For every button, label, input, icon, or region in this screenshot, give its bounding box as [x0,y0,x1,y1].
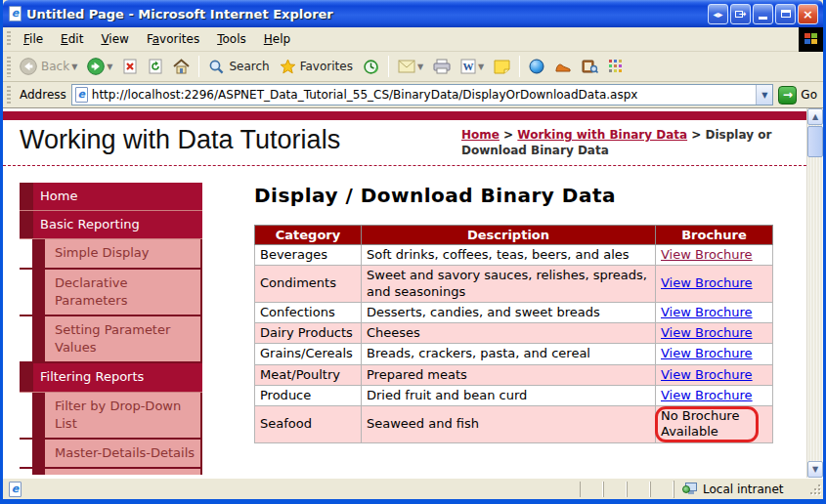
category-cell: Grains/Cereals [255,344,362,364]
back-button[interactable]: Back ▼ [15,55,82,78]
scrollbar-track[interactable] [807,157,823,461]
view-brochure-link[interactable]: View Brochure [661,275,753,290]
sidebar-item-home[interactable]: Home [20,183,202,211]
category-cell: Seafood [255,406,362,443]
menu-item-file[interactable]: File [15,29,52,49]
toolbar-grip[interactable] [7,86,11,104]
main-content: Display / Download Binary Data CategoryD… [254,183,773,475]
category-cell: Condiments [255,266,362,303]
research-book-icon [582,59,598,74]
toolbar-grip[interactable] [7,31,11,48]
search-button[interactable]: Search [203,56,274,78]
site-title: Working with Data Tutorials [20,125,340,155]
sidebar-item-filtering-reports[interactable]: Filtering Reports [20,363,202,392]
mail-button[interactable]: ▼ [393,57,428,76]
pixel-grid-button[interactable] [603,56,629,77]
scroll-down-icon[interactable]: ▼ [807,461,823,478]
view-brochure-link[interactable]: View Brochure [661,346,753,360]
favorites-star-icon [280,59,296,74]
window-detach-button[interactable]: → [730,4,751,24]
print-button[interactable] [428,56,456,77]
table-row: Grains/CerealsBreads, crackers, pasta, a… [255,344,773,364]
table-row: SeafoodSeaweed and fishNo Brochure Avail… [255,406,773,443]
view-brochure-link[interactable]: View Brochure [661,247,753,262]
status-pane [580,482,603,497]
sidebar-item-label: Basic Reporting [33,211,202,238]
history-button[interactable] [358,56,384,78]
sidebar-item-declarative-parameters[interactable]: Declarative Parameters [20,270,202,316]
stop-button[interactable] [117,56,143,77]
menu-bar: FileEditViewFavoritesToolsHelp [3,27,823,52]
table-row: Dairy ProductsCheesesView Brochure [255,323,773,344]
forward-arrow-icon [87,58,105,75]
favorites-button[interactable]: Favorites [275,56,358,77]
maximize-button[interactable] [775,4,796,24]
window-title: Untitled Page - Microsoft Internet Explo… [26,7,706,21]
mail-dropdown-icon[interactable]: ▼ [417,63,423,71]
edit-dropdown-icon[interactable]: ▼ [478,63,484,71]
minimize-button[interactable] [753,4,773,24]
vertical-scrollbar[interactable]: ▲ ▼ [806,108,823,478]
document-status-icon: e [9,482,22,497]
window-resize-grip[interactable] [808,483,821,495]
column-header-category: Category [255,226,362,245]
view-brochure-link[interactable]: View Brochure [661,305,753,319]
sidebar-item-simple-display[interactable]: Simple Display [20,239,202,269]
description-cell: Prepared meats [362,364,656,385]
scroll-up-icon[interactable]: ▲ [807,108,823,125]
breadcrumb-link[interactable]: Working with Binary Data [517,128,687,142]
menu-item-edit[interactable]: Edit [52,29,92,49]
address-url[interactable]: http://localhost:2296/ASPNET_Data_Tutori… [92,88,757,102]
close-button[interactable]: × [798,4,818,24]
status-pane [603,482,627,497]
sidebar-item-label: Master-Details-Details [32,440,202,467]
browser-viewport: Working with Data Tutorials Home > Worki… [3,108,823,478]
title-bar[interactable]: e Untitled Page - Microsoft Internet Exp… [3,0,823,27]
shopping-button[interactable] [549,57,577,76]
forward-button[interactable]: ▼ [82,55,117,78]
menu-item-help[interactable]: Help [255,29,299,49]
toolbar-grip[interactable] [7,57,11,77]
category-cell: Produce [255,385,362,405]
view-brochure-link[interactable]: View Brochure [661,367,753,382]
sidebar-item-setting-parameter-values[interactable]: Setting Parameter Values [20,316,202,363]
address-dropdown-icon[interactable]: ▼ [756,85,772,105]
refresh-button[interactable] [143,56,168,77]
description-cell: Cheeses [362,323,656,344]
page-header: Working with Data Tutorials Home > Worki… [3,120,806,165]
view-brochure-link[interactable]: View Brochure [661,325,753,340]
notes-button[interactable] [489,56,515,77]
messenger-button[interactable] [524,56,549,77]
scrollbar-thumb[interactable] [807,126,823,157]
sidebar-item-label: Simple Display [32,239,202,267]
home-button[interactable] [168,56,195,77]
back-label: Back [41,60,69,73]
table-row: CondimentsSweet and savory sauces, relis… [255,266,773,303]
sidebar-item-basic-reporting[interactable]: Basic Reporting [20,211,202,239]
page-top-red-bar [3,111,806,120]
view-brochure-link[interactable]: View Brochure [661,388,753,402]
sidebar-item-label: Filter by Drop-Down List [32,393,202,438]
toolbar-separator [198,56,199,77]
edit-word-button[interactable]: W ▼ [456,56,489,77]
forward-dropdown-icon[interactable]: ▼ [107,63,112,71]
mail-envelope-icon [398,60,415,73]
address-input[interactable]: e http://localhost:2296/ASPNET_Data_Tuto… [71,84,774,105]
brochure-cell: View Brochure [656,302,773,322]
description-cell: Seaweed and fish [362,406,656,443]
menu-item-tools[interactable]: Tools [208,29,255,49]
description-cell: Desserts, candies, and sweet breads [362,302,656,322]
menu-item-favorites[interactable]: Favorites [138,29,208,49]
column-header-description: Description [362,226,656,245]
sidebar-item-filter-by-drop-down-list[interactable]: Filter by Drop-Down List [20,393,202,440]
brochure-cell: View Brochure [656,266,773,303]
go-button[interactable]: → Go [778,86,817,105]
address-bar: Address e http://localhost:2296/ASPNET_D… [3,82,823,108]
breadcrumb-link[interactable]: Home [461,128,500,142]
window-context-button[interactable]: ◂▸ [708,4,728,24]
menu-item-view[interactable]: View [92,29,138,49]
research-button[interactable] [577,56,603,77]
back-dropdown-icon[interactable]: ▼ [71,63,77,71]
pixel-grid-icon [608,59,624,74]
sidebar-item-master-details-details[interactable]: Master-Details-Details [20,440,202,469]
